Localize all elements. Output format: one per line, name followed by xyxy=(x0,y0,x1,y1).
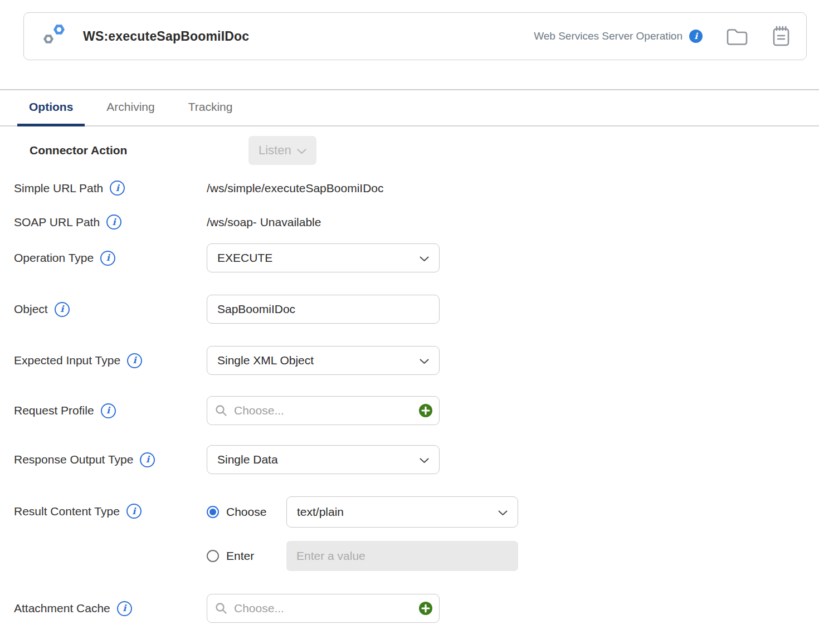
result-content-type-info-icon[interactable]: i xyxy=(126,504,142,519)
chevron-down-icon xyxy=(297,143,306,158)
attachment-cache-search-input[interactable] xyxy=(207,594,440,623)
result-content-choose-line: Choose text/plain xyxy=(207,496,518,528)
result-content-type-row: Result Content Type i Choose text/plain xyxy=(0,496,819,571)
enter-radio[interactable] xyxy=(207,550,219,562)
chevron-down-icon xyxy=(498,505,508,519)
connector-action-row: Connector Action Listen xyxy=(0,136,819,165)
expected-input-type-info-icon[interactable]: i xyxy=(127,353,142,368)
connector-action-select[interactable]: Listen xyxy=(248,136,316,165)
connector-action-label: Connector Action xyxy=(0,144,207,157)
operation-type-label: Web Services Server Operation xyxy=(534,30,682,42)
expected-input-type-row: Expected Input Type i Single XML Object xyxy=(0,346,819,375)
enter-radio-group: Enter xyxy=(207,549,286,563)
notepad-icon[interactable] xyxy=(771,25,792,48)
response-output-type-row: Response Output Type i Single Data xyxy=(0,445,819,474)
choose-radio-label: Choose xyxy=(226,505,266,519)
soap-url-path-label: SOAP URL Path i xyxy=(0,214,207,230)
tab-tracking[interactable]: Tracking xyxy=(177,90,245,126)
attachment-cache-label: Attachment Cache i xyxy=(0,601,207,616)
soap-url-path-value: /ws/soap- Unavailable xyxy=(207,216,321,229)
chevron-down-icon xyxy=(420,453,429,466)
attachment-cache-chooser xyxy=(207,594,440,623)
result-content-type-label: Result Content Type i xyxy=(0,496,207,519)
folder-icon[interactable] xyxy=(726,27,748,46)
request-profile-search-input[interactable] xyxy=(207,396,440,425)
object-label: Object i xyxy=(0,302,207,317)
operation-type-select[interactable]: EXECUTE xyxy=(207,243,440,272)
request-profile-chooser xyxy=(207,396,440,425)
simple-url-path-label: Simple URL Path i xyxy=(0,180,207,196)
request-profile-row: Request Profile i xyxy=(0,396,819,425)
operation-type-row: Operation Type i EXECUTE xyxy=(0,243,819,272)
chevron-down-icon xyxy=(420,354,429,367)
result-content-enter-line: Enter xyxy=(207,541,518,571)
simple-url-path-row: Simple URL Path i /ws/simple/executeSapB… xyxy=(0,180,819,196)
result-content-enter-input[interactable] xyxy=(286,541,518,571)
tab-archiving[interactable]: Archiving xyxy=(95,90,166,126)
object-row: Object i xyxy=(0,295,819,324)
enter-radio-label: Enter xyxy=(226,549,254,563)
operation-header-left: WS:executeSapBoomiIDoc xyxy=(41,21,249,51)
operation-type-info-icon[interactable]: i xyxy=(100,251,115,266)
attachment-cache-add-icon[interactable] xyxy=(418,601,433,616)
result-content-type-select[interactable]: text/plain xyxy=(286,496,518,528)
page-title: WS:executeSapBoomiIDoc xyxy=(83,29,249,44)
expected-input-type-label: Expected Input Type i xyxy=(0,353,207,368)
options-form: Connector Action Listen Simple URL Path … xyxy=(0,126,819,623)
object-input[interactable] xyxy=(207,295,440,324)
tab-bar: Options Archiving Tracking xyxy=(0,90,819,126)
operation-gears-icon xyxy=(41,21,69,51)
operation-header-right: Web Services Server Operation i xyxy=(534,25,792,48)
tab-options[interactable]: Options xyxy=(17,90,85,126)
object-info-icon[interactable]: i xyxy=(55,302,70,317)
operation-header: WS:executeSapBoomiIDoc Web Services Serv… xyxy=(23,12,807,60)
operation-info-icon[interactable]: i xyxy=(689,30,703,43)
request-profile-add-icon[interactable] xyxy=(418,403,433,418)
chevron-down-icon xyxy=(420,251,429,265)
request-profile-label: Request Profile i xyxy=(0,403,207,418)
simple-url-path-value: /ws/simple/executeSapBoomiIDoc xyxy=(207,182,383,195)
response-output-type-label: Response Output Type i xyxy=(0,452,207,467)
expected-input-type-select[interactable]: Single XML Object xyxy=(207,346,440,375)
attachment-cache-row: Attachment Cache i xyxy=(0,594,819,623)
request-profile-info-icon[interactable]: i xyxy=(101,403,116,418)
soap-url-path-row: SOAP URL Path i /ws/soap- Unavailable xyxy=(0,214,819,230)
simple-url-path-info-icon[interactable]: i xyxy=(110,180,125,196)
operation-type-field-label: Operation Type i xyxy=(0,251,207,266)
response-output-type-info-icon[interactable]: i xyxy=(140,452,155,467)
attachment-cache-info-icon[interactable]: i xyxy=(117,601,132,616)
choose-radio[interactable] xyxy=(207,506,219,518)
response-output-type-select[interactable]: Single Data xyxy=(207,445,440,474)
choose-radio-group: Choose xyxy=(207,505,286,519)
result-content-type-options: Choose text/plain Enter xyxy=(207,496,518,571)
soap-url-path-info-icon[interactable]: i xyxy=(106,214,121,230)
